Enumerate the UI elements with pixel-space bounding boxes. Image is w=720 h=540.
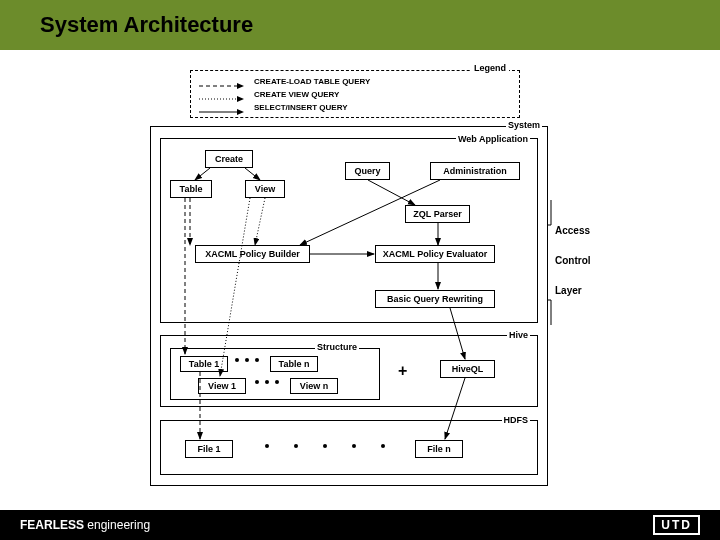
legend-row: CREATE-LOAD TABLE QUERY [199, 75, 511, 88]
rewriting-box: Basic Query Rewriting [375, 290, 495, 308]
tablen-box: Table n [270, 356, 318, 372]
table1-box: Table 1 [180, 356, 228, 372]
legend-title: Legend [471, 63, 509, 73]
legend-text-3: SELECT/INSERT QUERY [254, 103, 348, 112]
view1-box: View 1 [198, 378, 246, 394]
file1-box: File 1 [185, 440, 233, 458]
hive-label: Hive [507, 330, 530, 340]
query-box: Query [345, 162, 390, 180]
builder-box: XACML Policy Builder [195, 245, 310, 263]
footer-bar: FEARLESS engineering UTD [0, 510, 720, 540]
layer-label: Layer [555, 285, 582, 296]
svg-marker-3 [237, 96, 244, 102]
webapp-label: Web Application [456, 134, 530, 144]
hiveql-box: HiveQL [440, 360, 495, 378]
legend-box: Legend CREATE-LOAD TABLE QUERY CREATE VI… [190, 70, 520, 118]
legend-text-1: CREATE-LOAD TABLE QUERY [254, 77, 370, 86]
legend-line-dashed [199, 77, 244, 87]
footer-text: FEARLESS engineering [20, 518, 150, 532]
filen-box: File n [415, 440, 463, 458]
diagram: Legend CREATE-LOAD TABLE QUERY CREATE VI… [150, 70, 590, 490]
page-title: System Architecture [40, 12, 253, 38]
system-label: System [506, 120, 542, 130]
svg-marker-1 [237, 83, 244, 89]
header-bar: System Architecture [0, 0, 720, 50]
access-label: Access [555, 225, 590, 236]
legend-row: CREATE VIEW QUERY [199, 88, 511, 101]
control-label: Control [555, 255, 591, 266]
view-box: View [245, 180, 285, 198]
create-box: Create [205, 150, 253, 168]
legend-line-dotted [199, 90, 244, 100]
viewn-box: View n [290, 378, 338, 394]
svg-marker-5 [237, 109, 244, 115]
table-box: Table [170, 180, 212, 198]
legend-text-2: CREATE VIEW QUERY [254, 90, 339, 99]
file-dots [265, 444, 385, 448]
zql-box: ZQL Parser [405, 205, 470, 223]
view-dots [255, 380, 279, 384]
utd-logo: UTD [653, 515, 700, 535]
plus-sign: + [398, 362, 407, 380]
structure-label: Structure [315, 342, 359, 352]
evaluator-box: XACML Policy Evaluator [375, 245, 495, 263]
table-dots [235, 358, 259, 362]
footer-bold: FEARLESS [20, 518, 84, 532]
hdfs-label: HDFS [502, 415, 531, 425]
legend-line-solid [199, 103, 244, 113]
footer-rest: engineering [84, 518, 150, 532]
admin-box: Administration [430, 162, 520, 180]
legend-row: SELECT/INSERT QUERY [199, 101, 511, 114]
